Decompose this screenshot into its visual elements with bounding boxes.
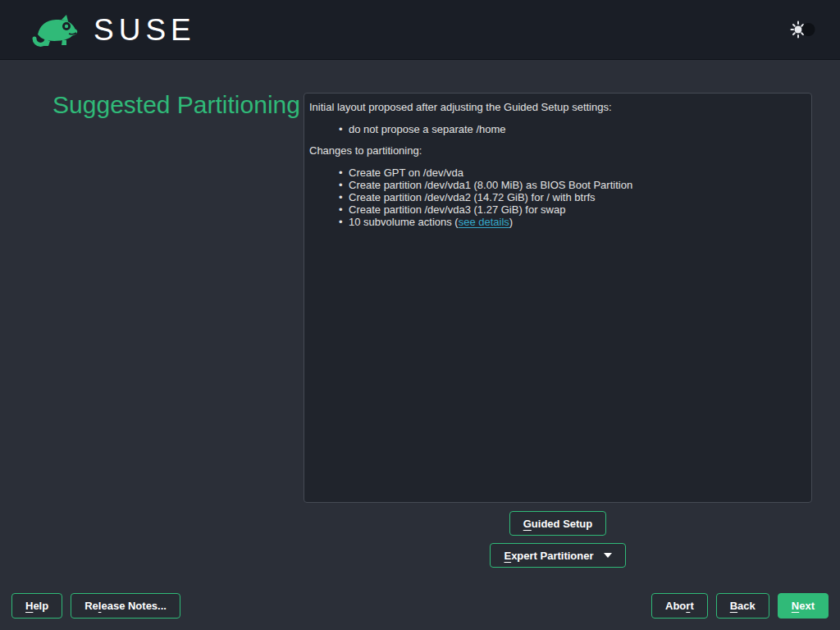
button-label: uided Setup (532, 518, 592, 530)
button-label-mnemonic: E (504, 550, 511, 562)
list-item: do not propose a separate /home (340, 123, 806, 135)
list-item-text: 10 subvolume actions ( (349, 216, 459, 228)
button-label: ack (737, 600, 756, 612)
suse-logo: SUSE (23, 11, 196, 48)
button-label-mnemonic: G (523, 518, 532, 530)
abort-button[interactable]: Abort (651, 593, 708, 619)
button-label: ease Notes... (101, 600, 167, 612)
footer-bar: Help Release Notes... Abort Back Next (11, 593, 829, 619)
theme-toggle-button[interactable] (789, 20, 817, 39)
back-button[interactable]: Back (716, 593, 769, 619)
suse-chameleon-icon (23, 11, 82, 48)
intro-text: Initial layout proposed after adjusting … (309, 101, 806, 114)
list-item: Create partition /dev/vda1 (8.00 MiB) as… (340, 179, 806, 191)
list-item-text: Create partition /dev/vda3 (1.27 GiB) fo… (349, 203, 565, 216)
changes-heading: Changes to partitioning: (309, 144, 806, 158)
page-title: Suggested Partitioning (33, 87, 320, 123)
list-item-text: Create partition /dev/vda2 (14.72 GiB) f… (349, 191, 596, 203)
next-button[interactable]: Next (778, 593, 829, 619)
changes-list: Create GPT on /dev/vda Create partition … (309, 167, 806, 228)
header-bar: SUSE (0, 0, 840, 60)
button-label: elp (33, 600, 48, 612)
button-label: t (690, 600, 693, 612)
see-details-link[interactable]: see details (459, 216, 509, 228)
action-button-column: Guided Setup Expert Partitioner (304, 511, 812, 568)
list-item-text: do not propose a separate /home (349, 123, 506, 135)
sun-moon-icon (790, 21, 816, 39)
list-item: Create partition /dev/vda2 (14.72 GiB) f… (340, 191, 806, 203)
list-item-text: Create partition /dev/vda1 (8.00 MiB) as… (349, 179, 632, 191)
expert-partitioner-button[interactable]: Expert Partitioner (490, 543, 625, 568)
proposal-summary-panel[interactable]: Initial layout proposed after adjusting … (304, 93, 812, 503)
intro-list: do not propose a separate /home (309, 123, 806, 135)
button-label-mnemonic: B (730, 600, 737, 612)
guided-setup-button[interactable]: Guided Setup (509, 511, 607, 536)
help-button[interactable]: Help (11, 593, 62, 619)
list-item-text: Create GPT on /dev/vda (349, 167, 463, 179)
button-label: xpert Partitioner (511, 550, 593, 562)
chevron-down-icon (604, 553, 612, 558)
list-item: Create partition /dev/vda3 (1.27 GiB) fo… (340, 203, 806, 216)
list-item: Create GPT on /dev/vda (340, 167, 806, 179)
button-label: Abo (665, 600, 686, 612)
brand-wordmark: SUSE (94, 15, 196, 45)
release-notes-button[interactable]: Release Notes... (71, 593, 180, 619)
button-label-mnemonic: N (792, 600, 799, 612)
button-label-mnemonic: H (25, 600, 33, 612)
list-item: 10 subvolume actions (see details) (340, 216, 806, 228)
list-item-text: ) (509, 216, 513, 228)
button-label: Re (84, 600, 98, 612)
button-label: ext (799, 600, 815, 612)
